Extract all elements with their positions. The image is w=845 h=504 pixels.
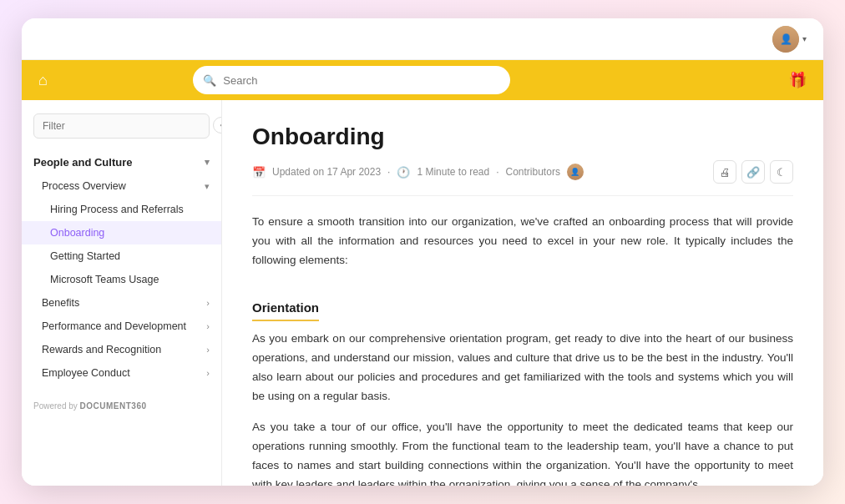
meta-dot: · [387,166,390,178]
search-input[interactable] [193,66,510,94]
sidebar-item-people-and-culture[interactable]: People and Culture ▾ [22,150,221,174]
contributors-label: Contributors [506,166,560,178]
sidebar-item-label: Onboarding [50,227,104,239]
nav-bar: ⌂ 🔍 🎁 [22,60,823,100]
chevron-right-icon: › [206,321,210,331]
top-bar: 👤 ▾ [22,18,823,60]
article-title: Onboarding [252,123,793,150]
sidebar-item-process-overview[interactable]: Process Overview ▾ [22,174,221,198]
article-read-time: 1 Minute to read [417,166,489,178]
sidebar-item-label: Microsoft Teams Usage [50,274,159,285]
calendar-icon: 📅 [252,166,266,179]
sidebar-item-label: Hiring Process and Referrals [50,204,184,215]
article-meta: 📅 Updated on 17 Apr 2023 · 🕐 1 Minute to… [252,160,793,196]
app-window: 👤 ▾ ⌂ 🔍 🎁 ‹ People and Culture ▾ Process… [22,18,823,486]
article-body: To ensure a smooth transition into our o… [252,213,793,486]
chevron-down-icon: ▾ [205,181,210,192]
sidebar-filter [33,113,210,139]
meta-dot2: · [496,166,498,178]
search-container: 🔍 [193,66,510,94]
article-section1-para1: As you embark on our comprehensive orien… [252,330,793,406]
print-button[interactable]: 🖨 [713,160,736,184]
sidebar-item-employee-conduct[interactable]: Employee Conduct › [22,361,221,385]
sidebar-item-label: Employee Conduct [42,367,130,379]
article-updated: Updated on 17 Apr 2023 [272,166,381,178]
contributor-avatar: 👤 [567,164,584,180]
sidebar-collapse-button[interactable]: ‹ [213,117,222,134]
sidebar-item-label: Performance and Development [42,320,186,332]
sidebar-item-label: Process Overview [42,180,126,192]
chevron-right-icon: › [206,345,210,355]
article-actions: 🖨 🔗 ☾ [713,160,793,184]
clock-icon: 🕐 [397,166,410,179]
sidebar-item-performance[interactable]: Performance and Development › [22,315,221,338]
chevron-down-icon: ▾ [205,157,210,168]
avatar-chevron-icon: ▾ [802,34,807,43]
sidebar-item-microsoft-teams[interactable]: Microsoft Teams Usage [22,268,221,291]
sidebar: ‹ People and Culture ▾ Process Overview … [22,100,222,486]
sidebar-item-label: Benefits [42,297,79,309]
article-intro: To ensure a smooth transition into our o… [252,213,793,270]
avatar[interactable]: 👤 [772,26,799,53]
search-icon: 🔍 [203,74,216,87]
chevron-right-icon: › [206,368,210,378]
chevron-right-icon: › [206,298,210,308]
sidebar-item-label: Rewards and Recognition [42,344,161,355]
main-content: ‹ People and Culture ▾ Process Overview … [22,100,823,486]
article-area: Onboarding 📅 Updated on 17 Apr 2023 · 🕐 … [222,100,823,486]
sidebar-item-onboarding[interactable]: Onboarding [22,221,221,244]
sidebar-powered-by: Powered by DOCUMENT360 [22,391,221,421]
sidebar-item-benefits[interactable]: Benefits › [22,291,221,315]
home-icon[interactable]: ⌂ [38,72,48,89]
sidebar-item-hiring-process[interactable]: Hiring Process and Referrals [22,198,221,221]
share-button[interactable]: 🔗 [741,160,765,184]
gift-icon[interactable]: 🎁 [788,71,807,89]
sidebar-item-getting-started[interactable]: Getting Started [22,244,221,268]
sidebar-item-rewards[interactable]: Rewards and Recognition › [22,338,221,361]
avatar-image: 👤 [772,26,799,53]
sidebar-item-label: Getting Started [50,250,120,262]
section-orientation-title: Orientation [252,297,319,322]
sidebar-item-label: People and Culture [33,156,132,169]
dark-mode-button[interactable]: ☾ [770,160,793,184]
filter-input[interactable] [33,113,210,139]
article-section1-para2: As you take a tour of our office, you'll… [252,418,793,486]
